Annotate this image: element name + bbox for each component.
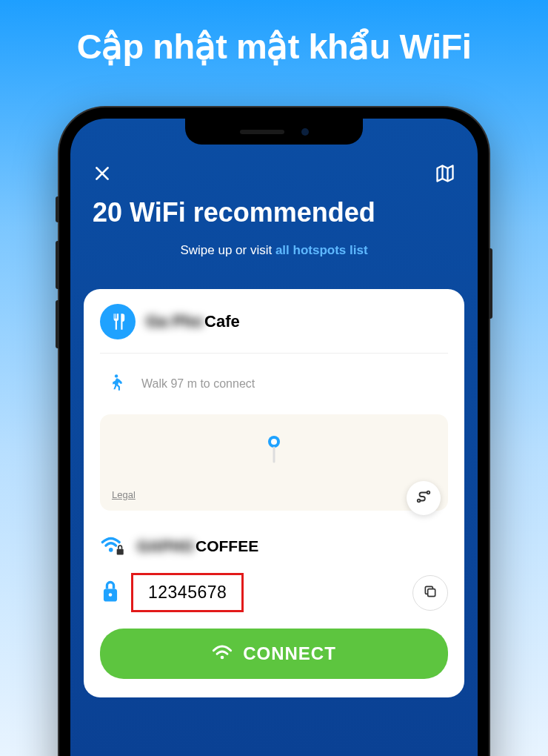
copy-button[interactable] [412, 575, 448, 611]
page-title: Cập nhật mật khẩu WiFi [0, 0, 548, 67]
connect-button[interactable]: CONNECT [100, 629, 448, 679]
notch-speaker [240, 130, 284, 134]
cafe-name: Ga PhoCafe [146, 312, 240, 331]
notch-camera [301, 128, 309, 136]
restaurant-icon [100, 304, 136, 339]
header-icons [93, 163, 455, 184]
connect-label: CONNECT [243, 643, 336, 664]
svg-rect-14 [428, 588, 435, 596]
phone-side-button [489, 248, 492, 319]
map-legal-link[interactable]: Legal [112, 489, 136, 500]
wifi-ssid-blurred: GAPHO [137, 537, 194, 554]
cafe-name-blurred: Ga Pho [146, 312, 203, 331]
phone-side-button [56, 300, 59, 348]
header-subtitle: Swipe up or visit all hotspots list [93, 243, 455, 258]
phone-screen: 20 WiFi recommended Swipe up or visit al… [70, 119, 478, 756]
map-icon[interactable] [435, 163, 455, 184]
walk-icon [106, 371, 125, 397]
cafe-name-visible: Cafe [204, 312, 240, 331]
route-icon [415, 488, 432, 508]
password-value: 12345678 [131, 573, 244, 612]
all-hotspots-link[interactable]: all hotspots list [275, 243, 368, 257]
close-icon[interactable] [93, 164, 112, 183]
map-preview[interactable]: Legal [100, 414, 448, 511]
phone-side-button [56, 196, 59, 222]
walk-row: Walk 97 m to connect [100, 354, 448, 414]
walk-distance-text: Walk 97 m to connect [141, 377, 255, 391]
subtitle-prefix: Swipe up or visit [180, 243, 275, 257]
svg-point-10 [109, 548, 113, 552]
route-button[interactable] [407, 481, 441, 515]
svg-marker-2 [438, 166, 453, 182]
map-pin-icon [266, 435, 282, 468]
wifi-ssid-visible: COFFEE [196, 537, 258, 554]
svg-rect-11 [117, 549, 124, 555]
svg-point-5 [115, 374, 118, 377]
wifi-lock-icon [100, 534, 125, 558]
phone-notch [185, 119, 363, 145]
wifi-ssid: GAPHOCOFFEE [137, 537, 258, 555]
copy-icon [423, 584, 438, 602]
wifi-icon [212, 643, 233, 664]
svg-point-7 [271, 439, 277, 445]
wifi-row: GAPHOCOFFEE [100, 528, 448, 573]
svg-point-13 [109, 593, 113, 597]
cafe-row[interactable]: Ga PhoCafe [100, 304, 448, 354]
header-title: 20 WiFi recommended [93, 197, 455, 228]
phone-frame: 20 WiFi recommended Swipe up or visit al… [59, 107, 489, 756]
phone-side-button [56, 241, 59, 289]
svg-point-15 [221, 656, 224, 660]
lock-icon [100, 579, 121, 607]
password-row: 12345678 [100, 573, 448, 612]
hotspot-card: Ga PhoCafe Walk 97 m to connect [84, 289, 464, 697]
